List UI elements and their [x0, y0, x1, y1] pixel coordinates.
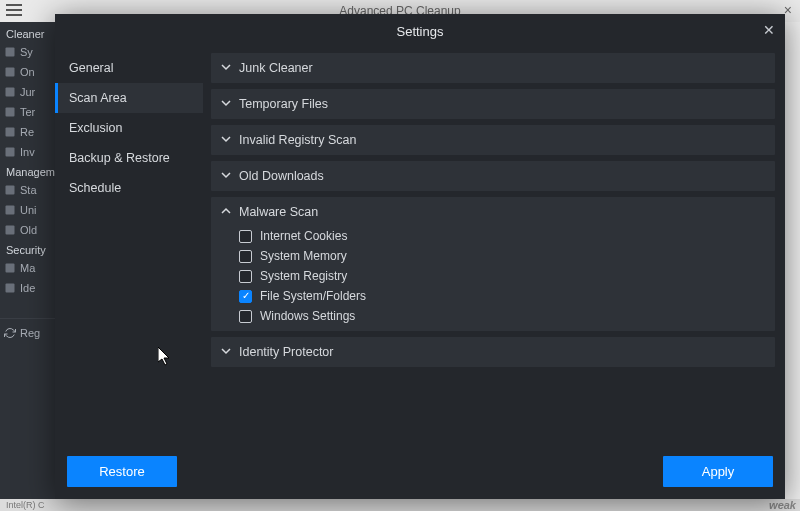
- option-label: System Registry: [260, 269, 347, 283]
- section-label: Identity Protector: [239, 345, 334, 359]
- nav-item-general[interactable]: General: [55, 53, 203, 83]
- section-header[interactable]: Old Downloads: [211, 161, 775, 191]
- settings-content: Junk CleanerTemporary FilesInvalid Regis…: [203, 47, 785, 446]
- section-header[interactable]: Temporary Files: [211, 89, 775, 119]
- settings-nav: GeneralScan AreaExclusionBackup & Restor…: [55, 47, 203, 446]
- section-temporary-files: Temporary Files: [211, 89, 775, 119]
- chevron-down-icon: [221, 133, 231, 147]
- checkbox[interactable]: [239, 310, 252, 323]
- modal-title-text: Settings: [397, 24, 444, 39]
- modal-overlay: Settings ✕ GeneralScan AreaExclusionBack…: [0, 0, 800, 511]
- chevron-down-icon: [221, 61, 231, 75]
- settings-modal: Settings ✕ GeneralScan AreaExclusionBack…: [55, 14, 785, 499]
- section-label: Temporary Files: [239, 97, 328, 111]
- section-label: Malware Scan: [239, 205, 318, 219]
- section-label: Old Downloads: [239, 169, 324, 183]
- option-row: Internet Cookies: [239, 229, 765, 243]
- section-label: Junk Cleaner: [239, 61, 313, 75]
- option-row: System Memory: [239, 249, 765, 263]
- section-identity-protector: Identity Protector: [211, 337, 775, 367]
- section-junk-cleaner: Junk Cleaner: [211, 53, 775, 83]
- option-label: Windows Settings: [260, 309, 355, 323]
- chevron-up-icon: [221, 205, 231, 219]
- nav-item-exclusion[interactable]: Exclusion: [55, 113, 203, 143]
- checkbox[interactable]: [239, 230, 252, 243]
- chevron-down-icon: [221, 169, 231, 183]
- option-row: System Registry: [239, 269, 765, 283]
- option-label: System Memory: [260, 249, 347, 263]
- section-old-downloads: Old Downloads: [211, 161, 775, 191]
- section-malware-scan: Malware ScanInternet CookiesSystem Memor…: [211, 197, 775, 331]
- section-header[interactable]: Invalid Registry Scan: [211, 125, 775, 155]
- chevron-down-icon: [221, 345, 231, 359]
- checkbox[interactable]: [239, 290, 252, 303]
- close-icon[interactable]: ✕: [763, 22, 775, 38]
- section-header[interactable]: Identity Protector: [211, 337, 775, 367]
- option-label: File System/Folders: [260, 289, 366, 303]
- chevron-down-icon: [221, 97, 231, 111]
- section-label: Invalid Registry Scan: [239, 133, 356, 147]
- option-label: Internet Cookies: [260, 229, 347, 243]
- nav-item-schedule[interactable]: Schedule: [55, 173, 203, 203]
- section-invalid-registry-scan: Invalid Registry Scan: [211, 125, 775, 155]
- option-row: File System/Folders: [239, 289, 765, 303]
- option-row: Windows Settings: [239, 309, 765, 323]
- section-body: Internet CookiesSystem MemorySystem Regi…: [211, 227, 775, 331]
- section-header[interactable]: Junk Cleaner: [211, 53, 775, 83]
- nav-item-scan-area[interactable]: Scan Area: [55, 83, 203, 113]
- restore-button[interactable]: Restore: [67, 456, 177, 487]
- section-header[interactable]: Malware Scan: [211, 197, 775, 227]
- modal-title: Settings ✕: [55, 14, 785, 47]
- checkbox[interactable]: [239, 250, 252, 263]
- nav-item-backup-restore[interactable]: Backup & Restore: [55, 143, 203, 173]
- checkbox[interactable]: [239, 270, 252, 283]
- apply-button[interactable]: Apply: [663, 456, 773, 487]
- app-window: Advanced PC Cleanup × Cleaner SyOnJurTer…: [0, 0, 800, 511]
